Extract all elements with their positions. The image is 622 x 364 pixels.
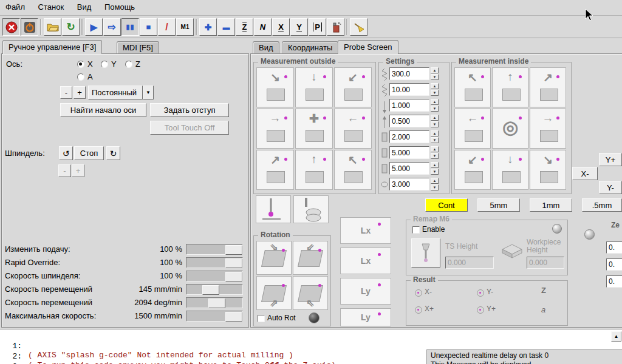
slider-thumb[interactable]	[225, 312, 242, 322]
spin-up-button[interactable]	[431, 115, 439, 121]
probe-outside-corner-button[interactable]: ↖	[334, 150, 372, 190]
setting-probe-feed-input[interactable]: 0.500	[389, 115, 429, 127]
menu-machine[interactable]: Станок	[33, 0, 70, 12]
setting-xy-clearance-input[interactable]: 5.000	[389, 146, 429, 159]
probe-outside-xp-button[interactable]: →	[256, 109, 294, 149]
view-top-button[interactable]: Z	[236, 18, 253, 36]
slider-thumb[interactable]	[208, 298, 225, 308]
probe-inside-ym-button[interactable]: ↑	[492, 67, 528, 107]
spindle-cw-button[interactable]: ↻	[106, 146, 120, 160]
probe-inside-xp-button[interactable]: ←	[454, 109, 491, 149]
slider-thumb[interactable]	[202, 285, 219, 295]
spindle-ccw-button[interactable]: ↺	[59, 146, 73, 160]
rapid-override-slider[interactable]	[186, 257, 243, 268]
rotation-probe-button[interactable]: ⇙	[293, 241, 328, 275]
length-y-top-button[interactable]: Ly	[340, 278, 391, 305]
jog-mode-dropdown-arrow[interactable]: ▼	[143, 86, 154, 99]
axis-radio-x[interactable]	[77, 61, 84, 68]
probe-outside-corner-button[interactable]: ↘	[256, 67, 294, 107]
length-x-bottom-button[interactable]: Lx	[340, 248, 391, 274]
probe-inside-corner-button[interactable]: ↘	[530, 150, 566, 190]
increment-5mm-button[interactable]: 5mm	[477, 198, 520, 212]
feed-override-slider[interactable]	[186, 244, 243, 255]
jog-y-minus-button[interactable]: Y-	[599, 181, 622, 194]
spindle-stop-button[interactable]: Стоп	[74, 146, 104, 160]
probe-tool-setter-button[interactable]	[293, 195, 329, 223]
skip-lines-button[interactable]: /	[158, 18, 176, 36]
length-x-top-button[interactable]: Lx	[340, 217, 391, 244]
spin-up-button[interactable]	[431, 99, 439, 105]
view-normal-button[interactable]: N	[254, 18, 272, 36]
spin-up-button[interactable]	[431, 162, 439, 168]
jog-x-minus-button[interactable]: X-	[572, 167, 598, 180]
spin-up-button[interactable]	[431, 83, 439, 89]
stop-button[interactable]: ■	[140, 18, 157, 36]
gcode-scroll-up-button[interactable]: ▲	[611, 331, 621, 342]
axis-radio-a[interactable]	[77, 73, 84, 81]
spindle-minus-button[interactable]: -	[58, 164, 71, 177]
jog-plus-button[interactable]: +	[73, 86, 86, 99]
length-y-bottom-button[interactable]: Ly	[340, 308, 391, 326]
jog-minus-button[interactable]: -	[60, 86, 72, 99]
zero-x-input[interactable]: 0.	[606, 241, 622, 254]
spin-down-button[interactable]	[431, 106, 439, 112]
zero-y-input[interactable]: 0.	[606, 258, 622, 271]
menu-view[interactable]: Вид	[72, 0, 97, 12]
setting-probe-diam-input[interactable]: 3.000	[389, 178, 429, 190]
spin-down-button[interactable]	[431, 153, 439, 159]
jog-speed-slider[interactable]	[186, 284, 243, 295]
probe-inside-yp-button[interactable]: ↓	[492, 150, 528, 190]
rotation-probe-button[interactable]: ⇖	[293, 276, 328, 310]
step-button[interactable]: ⇨	[103, 18, 121, 36]
workpiece-height-input[interactable]: 0.000	[527, 257, 564, 269]
spin-up-button[interactable]	[431, 146, 439, 152]
spin-down-button[interactable]	[431, 137, 439, 143]
spin-up-button[interactable]	[431, 130, 439, 136]
optional-stop-button[interactable]: M1	[176, 18, 194, 36]
reload-button[interactable]: ↻	[62, 18, 80, 36]
ts-height-input[interactable]: 0.000	[445, 257, 494, 269]
tab-mdi[interactable]: MDI [F5]	[117, 41, 159, 53]
slider-thumb[interactable]	[225, 272, 242, 281]
axis-radio-z[interactable]	[125, 61, 132, 68]
ts-height-tool-button[interactable]	[411, 238, 440, 268]
setting-z-clearance-input[interactable]: 5.000	[389, 162, 429, 175]
rotation-probe-button[interactable]: ⇗	[256, 276, 292, 310]
spin-up-button[interactable]	[431, 67, 439, 73]
open-file-button[interactable]	[44, 18, 61, 36]
run-button[interactable]: ▶	[85, 18, 103, 36]
view-y-button[interactable]: Y	[290, 18, 308, 36]
zoom-out-button[interactable]: ▬	[217, 18, 235, 36]
spin-up-button[interactable]	[431, 178, 439, 184]
pause-button[interactable]: ▮▮	[121, 18, 139, 36]
probe-outside-corner-button[interactable]: ↗	[256, 150, 294, 190]
tab-manual-control[interactable]: Ручное управление [F3]	[2, 40, 102, 54]
increment-05mm-button[interactable]: .5mm	[582, 198, 622, 212]
gcode-line[interactable]: 1: ( AXIS "splash g-code" Not intended f…	[0, 332, 607, 343]
increment-1mm-button[interactable]: 1mm	[530, 198, 572, 212]
zoom-in-button[interactable]: ✚	[199, 18, 217, 36]
auto-rot-checkbox[interactable]	[258, 315, 265, 322]
clear-plot-button[interactable]	[327, 18, 344, 36]
probe-inside-hole-center-button[interactable]: ◎	[492, 109, 528, 149]
probe-inside-corner-button[interactable]: ↖	[454, 67, 491, 107]
jog-mode-select[interactable]: Постоянный	[88, 86, 143, 99]
machine-power-button[interactable]	[21, 18, 38, 36]
setting-side-edge-input[interactable]: 2.000	[389, 130, 429, 143]
probe-outside-corner-button[interactable]: ↙	[334, 67, 372, 107]
set-offset-button[interactable]: Задать отступ	[150, 103, 229, 117]
setting-latch-return-input[interactable]: 10.00	[389, 83, 429, 96]
probe-outside-yp-button[interactable]: ↑	[295, 150, 333, 190]
setting-search-feed-input[interactable]: 1.000	[389, 99, 429, 112]
spin-down-button[interactable]	[431, 121, 439, 127]
tab-dro[interactable]: Координаты	[282, 41, 338, 53]
increment-cont-button[interactable]: Cont	[425, 198, 468, 212]
setting-max-travel-input[interactable]: 300.0	[389, 67, 429, 80]
probe-inside-corner-button[interactable]: ↙	[454, 150, 491, 190]
tool-touchoff-button[interactable]	[350, 18, 367, 36]
estop-button[interactable]	[2, 18, 20, 36]
remap-enable-checkbox[interactable]	[412, 226, 420, 234]
jog-y-plus-button[interactable]: Y+	[599, 153, 622, 166]
rotation-probe-button[interactable]: ⇘	[256, 241, 292, 275]
spin-down-button[interactable]	[431, 184, 439, 190]
